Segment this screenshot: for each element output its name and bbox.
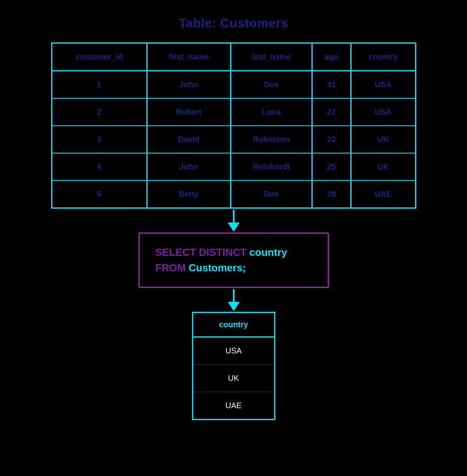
result-table: country USAUKUAE — [193, 313, 274, 419]
result-row: UK — [193, 365, 274, 392]
sql-line-2: FROM Customers; — [156, 260, 312, 276]
sql-text-customers: Customers; — [186, 262, 246, 274]
table-header-row: customer_idfirst_namelast_nameagecountry — [52, 44, 415, 71]
table-cell-r4-c3: 28 — [312, 180, 351, 207]
table-cell-r1-c4: USA — [351, 98, 415, 126]
table-row: 4JohnReinhardt25UK — [52, 153, 415, 180]
table-cell-r1-c0: 2 — [52, 98, 147, 126]
arrow-down-1 — [226, 209, 242, 232]
sql-box: SELECT DISTINCT country FROM Customers; — [138, 232, 329, 288]
table-cell-r0-c3: 31 — [312, 71, 351, 99]
main-container: Table: Customers customer_idfirst_namela… — [0, 0, 467, 436]
table-row: 3DavidRobinson22UK — [52, 126, 415, 153]
arrow-down-2 — [226, 288, 242, 312]
table-cell-r2-c1: David — [147, 126, 231, 153]
table-row: 5BettyDoe28UAE — [52, 180, 415, 207]
sql-text-country: country — [246, 246, 287, 258]
page-title: Table: Customers — [179, 16, 288, 31]
table-cell-r0-c0: 1 — [52, 71, 147, 99]
table-cell-r2-c0: 3 — [52, 126, 147, 153]
table-cell-r1-c2: Luna — [231, 98, 312, 126]
table-cell-r3-c0: 4 — [52, 153, 147, 180]
result-table-wrapper: country USAUKUAE — [192, 312, 275, 420]
table-cell-r3-c3: 25 — [312, 153, 351, 180]
col-header-first_name: first_name — [147, 44, 231, 71]
result-header-country: country — [193, 313, 274, 337]
customers-table-wrapper: customer_idfirst_namelast_nameagecountry… — [51, 42, 416, 209]
table-cell-r2-c3: 22 — [312, 126, 351, 153]
table-row: 1JohnDoe31USA — [52, 71, 415, 99]
col-header-customer_id: customer_id — [52, 44, 147, 71]
svg-marker-3 — [228, 302, 240, 311]
result-row: UAE — [193, 392, 274, 419]
result-cell-1: UK — [193, 365, 274, 392]
table-cell-r2-c4: UK — [351, 126, 415, 153]
table-cell-r0-c4: USA — [351, 71, 415, 99]
sql-keyword-from: FROM — [156, 262, 186, 274]
table-row: 2RobertLuna22USA — [52, 98, 415, 126]
sql-line-1: SELECT DISTINCT country — [156, 245, 312, 260]
table-cell-r0-c2: Doe — [231, 71, 312, 99]
table-cell-r4-c1: Betty — [147, 180, 231, 207]
table-cell-r2-c2: Robinson — [231, 126, 312, 153]
table-cell-r1-c1: Robert — [147, 98, 231, 126]
result-cell-0: USA — [193, 337, 274, 365]
table-cell-r0-c1: John — [147, 71, 231, 99]
col-header-age: age — [312, 44, 351, 71]
table-cell-r3-c1: John — [147, 153, 231, 180]
sql-keyword-select: SELECT DISTINCT — [156, 246, 247, 258]
col-header-last_name: last_name — [231, 44, 312, 71]
table-cell-r1-c3: 22 — [312, 98, 351, 126]
result-header-row: country — [193, 313, 274, 337]
svg-marker-1 — [228, 223, 240, 232]
col-header-country: country — [351, 44, 415, 71]
table-cell-r4-c4: UAE — [351, 180, 415, 207]
table-cell-r3-c4: UK — [351, 153, 415, 180]
result-row: USA — [193, 337, 274, 365]
customers-table: customer_idfirst_namelast_nameagecountry… — [52, 44, 415, 207]
table-cell-r4-c2: Doe — [231, 180, 312, 207]
result-cell-2: UAE — [193, 392, 274, 419]
table-cell-r3-c2: Reinhardt — [231, 153, 312, 180]
table-cell-r4-c0: 5 — [52, 180, 147, 207]
